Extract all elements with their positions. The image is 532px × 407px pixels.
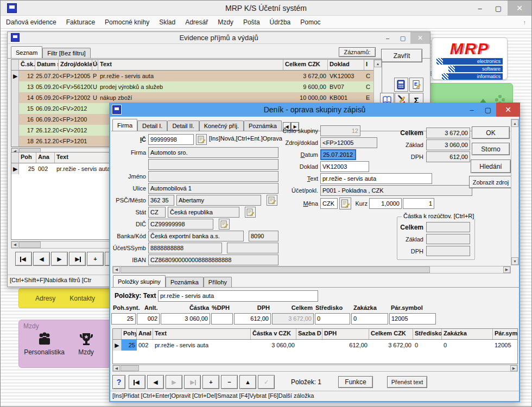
hledani-button[interactable]: Hledání [471,160,511,173]
denik-hscrollbar[interactable]: ◀ ▶ [112,266,511,274]
close-evidence-button[interactable]: Zavřít [381,49,422,62]
mesto-field[interactable]: Abertamy [176,195,261,206]
help-button[interactable]: ? [112,375,125,389]
psc-field[interactable]: 362 35 [148,195,174,206]
table-row[interactable]: 14 05.09.2012 <FP>12002 U nákup zboží 10… [11,92,382,103]
col-celkem[interactable]: Celkem CZK [283,60,328,70]
edit-castka-field[interactable]: 3 060,00 [161,313,210,325]
iban-field[interactable]: CZ8680900000008888888888 [148,255,278,265]
col-celkem-czk[interactable]: Celkem CZK [369,329,413,339]
nav-button[interactable]: ▶ [184,375,201,389]
nav-button[interactable]: ▶ [166,375,182,389]
col-uc[interactable]: Úč [92,60,98,70]
edit-pdph-field[interactable] [211,313,233,325]
rozuct-zaklad-field[interactable] [426,234,470,244]
rozuct-celkem-field[interactable] [426,222,470,232]
dashboard-wages-panel[interactable]: Mzdy Personalistika Mzdy [18,320,112,368]
funkce-button[interactable]: Funkce [338,376,373,388]
col-dph[interactable]: DPH [322,329,369,339]
main-close-button[interactable]: ✕ [508,1,531,16]
scroll-left-icon[interactable]: ◀ [113,266,120,273]
denik-items-grid[interactable]: Pohy Anal Text Částka v CZK Sazba D DPH … [112,328,518,364]
col-stredisko[interactable]: Středisko [413,329,442,339]
edit-document-icon[interactable]: E [409,78,423,92]
ic-field[interactable]: 99999998 [148,134,194,145]
col-anal[interactable]: Anal [137,329,153,339]
tab-seznam[interactable]: Seznam [11,46,42,58]
scroll-left-icon[interactable]: ◀ [11,241,18,248]
firma-field[interactable]: Automoto sro. [148,147,278,158]
nav-button[interactable]: ◀ [147,375,164,389]
tab-konecny[interactable]: Konečný příj. [199,120,244,131]
denik-minimize-button[interactable]: – [464,103,480,117]
col-poh[interactable]: Poh [19,152,36,163]
col-castka-czk[interactable]: Částka v CZK [251,329,296,339]
col-sazba[interactable]: Sazba D [296,329,322,339]
grid-row[interactable]: ▶ 25 002 pr.režie - servis auta 3 060,00… [113,340,517,351]
doklad-field[interactable]: VK12003 [320,161,369,172]
col-zdroj[interactable]: Zdroj/doklad [59,60,92,70]
kurz-field[interactable]: 1,0000 [369,198,402,209]
evidence-maximize-button[interactable]: ▢ [395,32,410,44]
table-row[interactable]: ▶ 12 25.07.2012 <FP>12005 P pr.režie - s… [11,71,382,81]
col-text[interactable]: Text [153,329,251,339]
grid-hscrollbar[interactable]: ◀ ▶ [112,365,518,372]
mena-lookup-icon[interactable] [339,198,351,209]
ulice-field[interactable]: Automobilová 1 [148,183,278,194]
stat-lookup-icon[interactable] [245,207,256,218]
scroll-up-icon[interactable]: ▲ [374,60,382,67]
ic-lookup-icon[interactable] [196,134,207,145]
ok-button[interactable]: OK [472,126,510,139]
menu-item[interactable]: Pomoc [300,18,320,26]
zobrazit-zdroj-button[interactable]: Zobrazit zdroj [469,176,512,188]
col-csk[interactable]: Č.sk. [19,60,35,70]
denik-close-button[interactable]: ✕ [496,103,520,117]
main-minimize-button[interactable]: – [471,1,489,16]
main-maximize-button[interactable]: ▢ [489,1,508,16]
menu-item[interactable]: Adresář [185,18,208,26]
tab-polozky-skupiny[interactable]: Položky skupiny [113,275,166,287]
mena-field[interactable]: CZK [320,198,338,209]
nav-button[interactable]: ◀ [33,252,50,266]
records-count-button[interactable]: Záznamů: [339,47,376,57]
menu-item[interactable]: Pošta [243,18,260,26]
nav-button[interactable]: ✓ [258,375,275,389]
evidence-close-button-caption[interactable]: ✕ [410,32,430,44]
edit-anlt-field[interactable]: 002 [137,313,160,325]
col-text[interactable]: Text [98,60,283,70]
wages-item-mzdy[interactable]: Mzdy [65,332,107,356]
wages-item-personalistika[interactable]: Personalistika [23,332,65,356]
dashboard-link[interactable]: Kontakty [69,295,95,302]
scroll-thumb[interactable] [19,241,41,248]
nav-button[interactable]: ◀ [129,375,145,389]
ucet-field[interactable]: 8888888888 [148,243,222,253]
col-ana[interactable]: Ana [36,152,55,163]
edit-stredisko-field[interactable]: 0 [315,313,350,325]
nav-button[interactable]: − [221,375,238,389]
menu-item[interactable]: Sklad [159,18,175,26]
edit-dph-field[interactable]: 612,00 [234,313,271,325]
ssymb-field[interactable] [227,243,278,253]
menu-item[interactable]: Fakturace [66,18,95,26]
edit-poh-field[interactable]: 25 [111,313,136,325]
text-field[interactable]: pr.režie - servis auta [320,173,432,184]
menu-item[interactable]: Daňová evidence [6,18,56,26]
tab-lower-poznamka[interactable]: Poznámka [166,277,204,287]
dic-lookup-icon[interactable] [219,219,230,230]
col-doklad[interactable]: Doklad [328,60,364,70]
col-datum[interactable]: Datum sk. [35,60,59,70]
kurz2-field[interactable]: 1 [403,198,434,209]
menu-item[interactable]: Údržba [270,18,291,26]
dic-field[interactable]: CZ99999998 [148,219,213,230]
ucet-pokl-field[interactable]: P001 - Pokladna , CZK [320,185,472,196]
tab-filtr[interactable]: Filtr [Bez filtru] [42,48,90,58]
tab-firma[interactable]: Firma [112,119,137,131]
storno-button[interactable]: Storno [472,143,510,155]
col-parsym[interactable]: Pár.sym [493,329,517,339]
nav-button[interactable]: ▶ [69,252,86,266]
col-pohy[interactable]: Pohy [122,329,137,339]
menu-item[interactable]: Mzdy [218,18,233,26]
scroll-right-icon[interactable]: ▶ [510,365,517,371]
firma2-field[interactable] [148,159,278,170]
denik-vscrollbar[interactable]: ▲ ▼ [511,119,519,265]
